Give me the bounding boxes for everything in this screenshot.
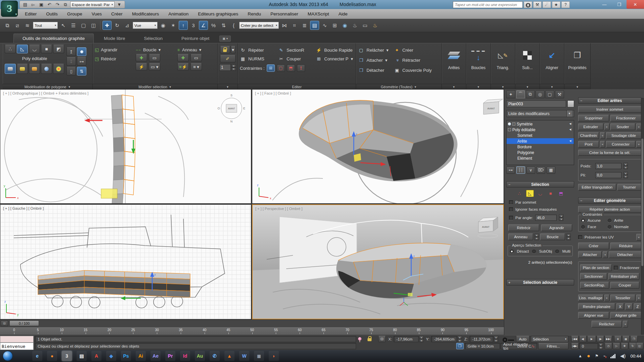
triangulation-button[interactable]: ◺✎ Triang. [491,43,515,84]
bridge-button[interactable]: Pont [578,141,599,148]
absolute-mode-icon[interactable]: ⊡ [378,336,386,342]
edges-button[interactable]: Arêtes [442,43,466,84]
go-to-start-button[interactable]: |◀◀ [571,336,578,342]
panel-footer-tools[interactable]: ▼ [218,84,238,90]
target-weld-button[interactable]: Soudage cible [606,132,641,139]
panel-footer-tris[interactable]: ▼ [491,84,515,90]
poly-convert-border-button[interactable] [29,64,40,74]
timeline-tick-40[interactable]: 40 [203,328,207,332]
detach-button[interactable]: Détacher [609,251,641,258]
curve-icon[interactable]: ∿ [531,343,535,349]
tray-app-icon[interactable]: ● [587,353,590,359]
edge-subobject-icon[interactable]: ◺ [526,190,534,197]
timeline-tick-30[interactable]: 30 [155,328,159,332]
selection-lock-icon[interactable] [368,338,372,341]
menu-maxscript[interactable]: MAXScript [303,11,334,16]
edit-edges-header[interactable]: −Editer arêtes [578,97,641,104]
time-configuration-icon[interactable]: ◷ [605,343,612,349]
msmooth-button[interactable]: Liss. maillage [578,295,603,301]
ring-button[interactable]: Anneau [508,234,533,240]
menu-editer[interactable]: Editer [20,11,41,16]
edit-triangulation-button[interactable]: Editer triangulation [578,184,616,191]
save-file-icon[interactable]: ▣ [38,1,45,8]
unlink-selection-icon[interactable]: ⧄ [13,21,22,30]
preserve-uvs-settings-button[interactable] [636,234,641,241]
play-button[interactable]: ▶ [587,336,596,342]
rectangular-selection-region-icon[interactable]: ▢ [79,21,88,30]
viewport-left-canvas[interactable]: z z y [0,205,251,319]
frame-spinner[interactable]: ▲▼ [599,343,603,349]
planar-x-button[interactable]: X [616,303,624,310]
constraint-none-radio[interactable] [581,219,585,222]
select-and-move-icon[interactable]: ✚ [102,21,112,30]
taskbar-firefox[interactable]: ◗ [269,351,279,361]
trackbar-mode-icon[interactable]: ⊟ [1,320,8,326]
taskbar-premiere[interactable]: Pr [165,351,175,361]
panel-footer-loops[interactable]: ▼ [466,84,490,90]
tab-hierarchy[interactable]: ⧉ [526,90,535,98]
pin-stack-button[interactable]: ⊶ [77,57,86,66]
subobject-edge-button[interactable]: ◺ [17,45,28,53]
tab-selection[interactable]: Sélection [135,34,171,43]
polygon-subobject-icon[interactable]: ■ [547,190,555,197]
viewport-perspective[interactable]: [ + ] [ Perspective ] [ Ombré ] [252,204,504,319]
tab-display[interactable]: ▢ [545,90,554,98]
cut-button-panel[interactable]: Couper [610,282,639,289]
z-coord-field[interactable]: -11,372cm [470,336,493,342]
weld-settings-button[interactable] [636,123,641,130]
volume-icon[interactable]: ◀) [620,353,626,359]
select-and-rotate-icon[interactable]: ↻ [113,21,122,30]
ring-grow-button[interactable]: ✚ [177,54,189,61]
taskbar-app-dark[interactable]: ◼ [254,351,264,361]
create-geometry-button[interactable]: Créer [578,243,609,249]
grow-selection-button[interactable]: Agrandir [541,224,572,231]
set-key-button[interactable]: Définir C. [517,343,532,349]
timeline-ruler[interactable]: 0510152025303540455055606570758085909510… [0,327,504,335]
pan-view-icon[interactable]: ✥ [621,343,628,349]
collapse-button[interactable]: «Rétracter [394,56,432,64]
timeline-tick-65[interactable]: 65 [321,328,326,332]
timeline-tick-35[interactable]: 35 [179,328,183,332]
create-button[interactable]: ✦Créer [394,46,432,54]
network-signal-icon[interactable] [610,354,615,358]
chamfer-settings-button[interactable] [600,132,605,139]
current-frame-field[interactable]: 0 [579,343,598,349]
lock-selection-ribbon-button[interactable] [220,46,230,53]
remove-modifier-icon[interactable]: ⌦ [536,166,545,174]
loop-button[interactable]: Boucle [540,234,565,240]
menu-outils[interactable]: Outils [41,11,62,16]
filters-button[interactable]: Filtres... [538,343,568,349]
constraint-edge-radio[interactable] [608,219,611,222]
search-icon[interactable] [524,1,532,8]
select-object-icon[interactable]: ↖ [59,21,68,30]
maxscript-mini-listener[interactable] [0,336,34,343]
shrink-button[interactable]: ◳Rétrécir [95,56,131,61]
tray-expand-icon[interactable]: ▲ [578,354,582,358]
extrude-settings-button[interactable] [604,123,609,130]
stack-item-edge[interactable]: Arête ➤ [507,138,574,144]
soft-selection-rollout-header[interactable]: + Sélection adoucie [506,279,574,286]
select-by-name-icon[interactable]: ☰ [69,21,78,30]
object-name-field[interactable]: Plan003 [506,100,566,107]
loops-button[interactable]: ▬ ▬ ▬ ↓ Boucles [466,43,490,84]
poly-convert-polygon-button[interactable] [41,64,52,74]
menu-cr-er[interactable]: Créer [106,11,127,16]
close-button[interactable]: ✕ [627,0,644,9]
swift-loop-button[interactable]: ⚡Boucle Rapide [316,46,353,54]
tessellate-button[interactable]: Tesseller [610,295,636,301]
maximize-button[interactable]: ❒ [612,0,627,9]
swift-section-button[interactable]: ✎SectionR [278,46,310,54]
percent-snap-toggle-icon[interactable]: % [209,21,218,30]
panel-footer-polygon-modeling[interactable]: Modélisation de polygone▼ [3,84,92,90]
loop-dropdown[interactable]: −−Boucle▾ [136,47,173,52]
snaps-toggle-3d-icon[interactable]: 3 [189,21,198,30]
taskbar-illustrator[interactable]: Ai [136,351,146,361]
chamfer-button[interactable]: Chanfrein [578,132,599,139]
viewport-label[interactable]: [ + ] [ Gauche ] [ Ombré ] [3,206,44,210]
nurms-toggle-button[interactable]: ▦NURMS [240,55,272,63]
help-icon[interactable]: ? [561,1,570,8]
viewport-orthographic[interactable]: [ + ] [ Orthographique ] [ Ombré + Faces… [0,89,251,204]
timeline-tick-0[interactable]: 0 [12,328,16,332]
window-crossing-toggle-icon[interactable]: ◫ [89,21,98,30]
show-end-result-icon[interactable]: ⏐⏐ [516,166,525,174]
